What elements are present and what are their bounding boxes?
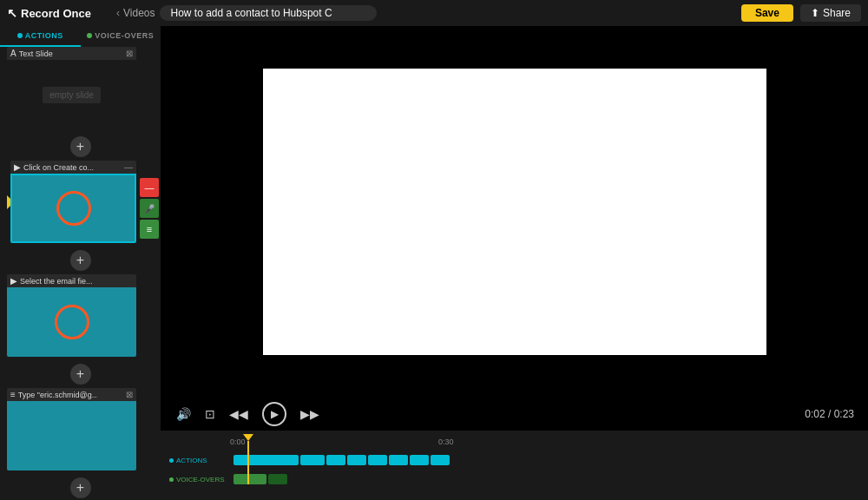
- add-action-btn[interactable]: ≡: [140, 220, 159, 239]
- type-menu-icon-1: ⊠: [126, 390, 133, 399]
- chevron-icon: ‹: [116, 7, 120, 19]
- video-title-tab[interactable]: How to add a contact to Hubspot C: [160, 5, 377, 21]
- add-slide-btn-3[interactable]: +: [70, 364, 91, 385]
- action-menu-icon-1: —: [124, 162, 133, 172]
- text-slide-thumb: empty slide: [7, 60, 136, 129]
- record-voiceover-btn[interactable]: 🎤: [140, 199, 159, 218]
- add-btn-container-3: +: [0, 362, 161, 388]
- videos-link[interactable]: Videos: [123, 7, 155, 19]
- actions-label: ACTIONS: [25, 31, 63, 40]
- timeline: 0:00 0:30 ACTIONS: [161, 431, 868, 500]
- voiceovers-track-text: VOICE-OVERS: [176, 476, 225, 484]
- text-slide-icon: A: [10, 49, 16, 58]
- action-clip-0: [233, 455, 299, 465]
- text-slide-menu-icon: ⊠: [126, 49, 133, 58]
- video-panel: 🔊 ⊡ ◀◀ ▶ ▶▶ 0:02 / 0:23: [161, 26, 868, 500]
- screen-icon: ⊡: [205, 407, 215, 421]
- total-time: 0:23: [834, 408, 854, 420]
- type-eric-thumb: [7, 401, 136, 470]
- screen-btn[interactable]: ⊡: [203, 405, 217, 423]
- action-icon-2: ▶: [10, 276, 17, 286]
- add-btn-container-1: +: [0, 135, 161, 161]
- slide-select-email[interactable]: ▶ Select the email fie...: [7, 274, 136, 357]
- slide-type-eric[interactable]: ≡ Type "eric.schmid@g... ⊠: [7, 388, 136, 470]
- click-circle-1: [56, 191, 91, 226]
- share-icon: ⬆: [811, 7, 819, 19]
- action-clip-1: [300, 455, 325, 465]
- click-create-thumb: [10, 174, 136, 243]
- slide-text-slide[interactable]: A Text Slide ⊠ empty slide: [7, 47, 136, 129]
- actions-track: ACTIONS: [161, 453, 868, 467]
- slide-click-create[interactable]: ▶ Click on Create co... — — 🎤 ≡: [10, 161, 136, 243]
- sidebar: ACTIONS VOICE-OVERS A Text Slide ⊠ empty…: [0, 26, 161, 500]
- type-icon-1: ≡: [10, 390, 16, 399]
- play-circle: ▶: [262, 402, 286, 426]
- time-separator: /: [828, 408, 834, 420]
- type-eric-title: Type "eric.schmid@g...: [18, 391, 97, 399]
- timeline-ruler: 0:00 0:30: [161, 438, 868, 451]
- cursor-icon: ↖: [7, 6, 17, 20]
- action-clip-5: [389, 455, 408, 465]
- voiceovers-label: VOICE-OVERS: [95, 31, 154, 40]
- top-bar-actions: Save ⬆ Share: [741, 4, 861, 22]
- add-slide-btn-4[interactable]: +: [70, 477, 91, 498]
- playhead-line: [247, 441, 249, 484]
- add-slide-btn-1[interactable]: +: [70, 136, 91, 157]
- actions-track-text: ACTIONS: [176, 457, 207, 464]
- text-slide-title: Text Slide: [19, 49, 53, 58]
- action-clip-2: [326, 455, 345, 465]
- video-screen: [263, 69, 766, 355]
- actions-clips[interactable]: [233, 453, 859, 467]
- time-display: 0:02 / 0:23: [805, 408, 854, 420]
- action-clip-6: [410, 455, 429, 465]
- action-clip-3: [347, 455, 366, 465]
- share-button[interactable]: ⬆ Share: [800, 4, 861, 22]
- current-time: 0:02: [805, 408, 825, 420]
- rewind-btn[interactable]: ◀◀: [227, 405, 250, 423]
- voiceovers-dot: [87, 33, 92, 38]
- select-email-thumb: [7, 287, 136, 357]
- video-area[interactable]: [161, 26, 868, 398]
- add-btn-container-4: +: [0, 476, 161, 500]
- top-bar: ↖ Record Once ‹ Videos How to add a cont…: [0, 0, 868, 26]
- action-clip-4: [368, 455, 387, 465]
- empty-slide-label: empty slide: [43, 87, 101, 103]
- voiceover-clip-0: [233, 474, 266, 484]
- playhead-marker: [243, 434, 253, 441]
- voiceovers-track-label: VOICE-OVERS: [169, 476, 230, 484]
- voiceovers-track-dot: [169, 477, 174, 482]
- voiceovers-track: VOICE-OVERS: [161, 472, 868, 486]
- play-btn[interactable]: ▶: [260, 400, 288, 428]
- actions-track-label: ACTIONS: [169, 457, 230, 464]
- actions-track-dot: [169, 458, 174, 463]
- save-button[interactable]: Save: [741, 4, 793, 22]
- app-name: Record Once: [21, 7, 91, 20]
- add-slide-btn-2[interactable]: +: [70, 250, 91, 271]
- app-logo: ↖ Record Once: [7, 6, 111, 20]
- fast-forward-btn[interactable]: ▶▶: [299, 405, 321, 423]
- actions-dot: [17, 33, 23, 38]
- play-icon: ▶: [271, 408, 279, 420]
- click-create-title: Click on Create co...: [23, 163, 94, 172]
- action-clip-7: [431, 455, 450, 465]
- voiceovers-clips[interactable]: [233, 472, 859, 486]
- volume-icon: 🔊: [176, 407, 191, 421]
- main-content: ACTIONS VOICE-OVERS A Text Slide ⊠ empty…: [0, 26, 868, 500]
- breadcrumb: ‹ Videos: [116, 7, 155, 19]
- select-email-title: Select the email fie...: [20, 277, 93, 286]
- voiceover-clip-1: [268, 474, 287, 484]
- tab-actions[interactable]: ACTIONS: [0, 26, 81, 47]
- action-icon-1: ▶: [14, 162, 21, 172]
- player-controls: 🔊 ⊡ ◀◀ ▶ ▶▶ 0:02 / 0:23: [161, 398, 868, 431]
- slide-action-btns: — 🎤 ≡: [140, 178, 159, 239]
- ruler-mark-30: 0:30: [438, 438, 454, 446]
- tab-voiceovers[interactable]: VOICE-OVERS: [81, 26, 161, 47]
- sidebar-tabs: ACTIONS VOICE-OVERS: [0, 26, 161, 47]
- volume-btn[interactable]: 🔊: [174, 405, 193, 423]
- delete-slide-btn[interactable]: —: [140, 178, 159, 197]
- click-circle-2: [55, 305, 89, 339]
- add-btn-container-2: +: [0, 248, 161, 274]
